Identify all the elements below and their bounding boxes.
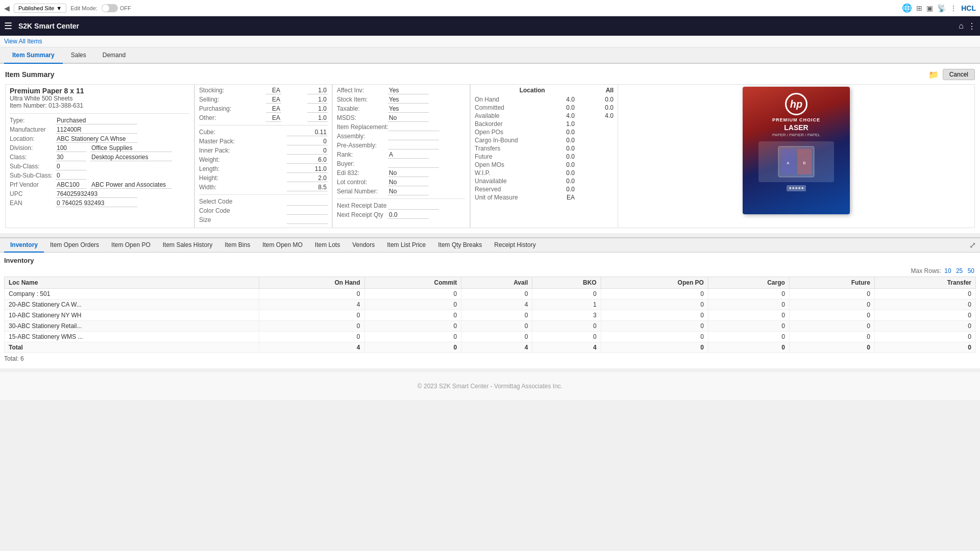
selling-row: Selling: EA 1.0 — [199, 96, 328, 104]
serial-number-row: Serial Number: No — [337, 188, 465, 195]
upc-field: UPC 764025932493 — [10, 190, 190, 198]
other-row: Other: EA 1.0 — [199, 114, 328, 122]
open-pos-stat: Open POs 0.0 — [475, 129, 614, 136]
max-rows-50[interactable]: 50 — [968, 267, 974, 274]
section-header: Item Summary 📁 Cancel — [5, 69, 975, 80]
division-field: Division: 100 Office Supplies — [10, 144, 190, 152]
tab-item-qty-breaks[interactable]: Item Qty Breaks — [432, 238, 488, 253]
nav-back-button[interactable]: ◀ — [4, 4, 10, 12]
max-rows-25[interactable]: 25 — [956, 267, 963, 274]
col-loc-name: Loc Name — [5, 277, 259, 289]
transfers-stat: Transfers 0.0 — [475, 145, 614, 152]
select-code-row: Select Code — [199, 198, 328, 206]
col-on-hand: On Hand — [259, 277, 364, 289]
window-icon[interactable]: ▣ — [926, 4, 933, 12]
globe-icon[interactable]: 🌐 — [902, 3, 912, 13]
table-row: 20-ABC Stationery CA W...40410000 — [5, 299, 976, 310]
size-row: Size — [199, 216, 328, 224]
tab-inventory[interactable]: Inventory — [4, 238, 44, 253]
wip-stat: W.I.P. 0.0 — [475, 169, 614, 177]
inventory-section-title: Inventory — [4, 257, 976, 264]
tab-item-summary[interactable]: Item Summary — [4, 47, 63, 64]
table-row: Total40440000 — [5, 342, 976, 353]
item-info-panel: Premium Paper 8 x 11 Ultra White 500 She… — [6, 85, 194, 228]
col-open-po: Open PO — [601, 277, 708, 289]
product-sub-text: PAPER / PAPIER / PAPEL — [772, 133, 820, 137]
color-code-row: Color Code — [199, 207, 328, 215]
inventory-stats-panel: Location All On Hand 4.0 0.0 Committed 0… — [470, 85, 618, 228]
stock-item-row: Stock Item: Yes — [337, 96, 465, 104]
toggle-switch[interactable] — [102, 4, 118, 12]
reserved-stat: Reserved 0.0 — [475, 186, 614, 193]
hp-logo-circle: hp — [785, 93, 807, 115]
product-image-panel: hp PREMIUM CHOICE LASER PAPER / PAPIER /… — [618, 85, 974, 228]
top-bar-left: ◀ Published Site ▼ Edit Mode: OFF — [4, 4, 131, 13]
available-stat: Available 4.0 4.0 — [475, 112, 614, 119]
inventory-section: Inventory Max Rows: 10 25 50 Loc Name On… — [0, 253, 980, 368]
nav-more-icon[interactable]: ⋮ — [968, 21, 976, 31]
view-all-items-link[interactable]: View All Items — [4, 38, 42, 45]
folder-icon[interactable]: 📁 — [928, 70, 939, 80]
backorder-stat: Backorder 1.0 — [475, 120, 614, 128]
published-site-button[interactable]: Published Site ▼ — [14, 4, 66, 13]
taxable-row: Taxable: Yes — [337, 105, 465, 113]
weight-row: Weight: 6.0 — [199, 156, 328, 164]
tab-demand[interactable]: Demand — [94, 47, 134, 64]
edit-mode-toggle[interactable]: OFF — [102, 4, 131, 12]
on-hand-stat: On Hand 4.0 0.0 — [475, 96, 614, 103]
tab-item-open-mo[interactable]: Item Open MO — [256, 238, 309, 253]
col-avail: Avail — [461, 277, 532, 289]
table-row: 15-ABC Stationery WMS ...00000000 — [5, 332, 976, 342]
future-stat: Future 0.0 — [475, 153, 614, 160]
expand-icon[interactable]: ⤢ — [969, 240, 976, 250]
col-transfer: Transfer — [874, 277, 975, 289]
col-future: Future — [789, 277, 874, 289]
tab-item-list-price[interactable]: Item List Price — [381, 238, 432, 253]
item-name: Premium Paper 8 x 11 — [10, 87, 190, 95]
tab-item-sales-history[interactable]: Item Sales History — [157, 238, 218, 253]
col-commit: Commit — [364, 277, 461, 289]
pre-assembly-row: Pre-Assembly: — [337, 142, 465, 149]
inv-stats-header: Location All — [475, 87, 614, 94]
col-bko: BKO — [532, 277, 601, 289]
grid-icon[interactable]: ⊞ — [916, 4, 922, 12]
ean-field: EAN 0 764025 932493 — [10, 199, 190, 207]
tab-item-open-orders[interactable]: Item Open Orders — [44, 238, 105, 253]
max-rows-control: Max Rows: 10 25 50 — [4, 267, 976, 274]
affect-inv-row: Affect Inv: Yes — [337, 87, 465, 94]
tab-vendors[interactable]: Vendors — [346, 238, 381, 253]
item-desc: Ultra White 500 Sheets — [10, 95, 190, 102]
table-row: 30-ABC Stationery Retail...00000000 — [5, 321, 976, 332]
section-title: Item Summary — [5, 70, 54, 79]
tab-receipt-history[interactable]: Receipt History — [488, 238, 542, 253]
purchasing-row: Purchasing: EA 1.0 — [199, 105, 328, 113]
tab-item-lots[interactable]: Item Lots — [309, 238, 346, 253]
item-replacement-row: Item Replacement: — [337, 123, 465, 131]
cancel-button[interactable]: Cancel — [943, 69, 975, 80]
product-brand: PREMIUM CHOICE — [772, 117, 820, 122]
height-row: Height: 2.0 — [199, 174, 328, 182]
hamburger-menu[interactable]: ☰ — [4, 20, 12, 32]
msds-row: MSDS: No — [337, 114, 465, 122]
signal-icon[interactable]: 📡 — [937, 4, 946, 12]
tab-item-open-po[interactable]: Item Open PO — [105, 238, 157, 253]
edi-832-row: Edi 832: No — [337, 169, 465, 177]
manufacturer-field: Manufacturer 112400R — [10, 126, 190, 134]
type-field: Type: Purchased — [10, 117, 190, 124]
published-chevron-icon: ▼ — [56, 5, 62, 11]
tab-sales[interactable]: Sales — [63, 47, 94, 64]
top-bar-right: 🌐 ⊞ ▣ 📡 ⋮ HCL — [902, 3, 976, 13]
product-image: hp PREMIUM CHOICE LASER PAPER / PAPIER /… — [743, 87, 850, 214]
toggle-knob — [102, 5, 109, 12]
more-options-icon[interactable]: ⋮ — [950, 4, 957, 12]
nav-bar: ☰ S2K Smart Center ⌂ ⋮ — [0, 16, 980, 36]
published-site-label: Published Site — [18, 5, 54, 11]
product-image-placeholder: A B — [758, 141, 835, 182]
home-icon[interactable]: ⌂ — [959, 21, 964, 31]
max-rows-10[interactable]: 10 — [944, 267, 951, 274]
tab-item-bins[interactable]: Item Bins — [218, 238, 256, 253]
cube-row: Cube: 0.11 — [199, 129, 328, 136]
unit-of-measure-stat: Unit of Measure EA — [475, 194, 614, 201]
edit-mode-label: Edit Mode: — [70, 5, 97, 11]
length-row: Length: 11.0 — [199, 165, 328, 173]
